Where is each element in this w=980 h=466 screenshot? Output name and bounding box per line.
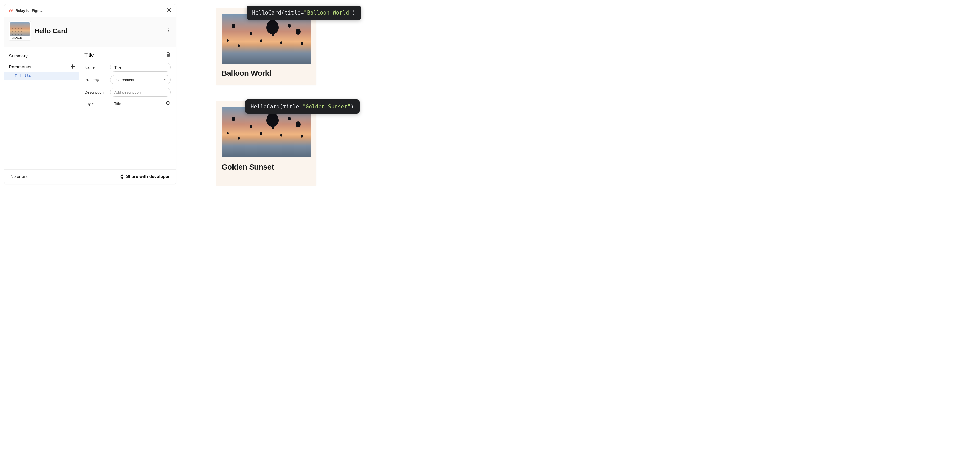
text-type-icon: T (14, 74, 17, 78)
share-with-developer-button[interactable]: Share with developer (118, 174, 170, 179)
code-param: title (283, 103, 299, 109)
component-header: Hello World Hello Card (4, 17, 176, 47)
sidebar-summary[interactable]: Summary (4, 51, 79, 62)
code-chip-golden-sunset: HelloCard(title="Golden Sunset") (245, 100, 360, 114)
chevron-down-icon (163, 78, 166, 82)
trash-icon (165, 51, 171, 57)
panel-body: Summary Parameters T Title Title (4, 47, 176, 169)
component-title: Hello Card (35, 27, 68, 35)
description-input[interactable]: Add description (110, 88, 171, 97)
svg-point-5 (122, 174, 123, 176)
detail-header: Title (84, 51, 171, 58)
code-chip-balloon-world: HelloCard(title="Balloon World") (247, 6, 361, 20)
close-button[interactable] (167, 8, 172, 14)
delete-parameter-button[interactable] (165, 51, 171, 58)
panel-header: Relay for Figma (4, 4, 176, 17)
field-property-label: Property (84, 78, 107, 82)
thumbnail-caption: Hello World (10, 36, 30, 39)
field-layer: Layer Title (84, 100, 171, 107)
target-icon (165, 100, 171, 106)
kebab-icon (166, 28, 171, 33)
field-name: Name Title (84, 63, 171, 71)
plugin-name: Relay for Figma (16, 9, 42, 13)
detail-heading: Title (84, 52, 94, 58)
code-value: "Golden Sunset" (302, 103, 351, 109)
plus-icon (70, 64, 75, 69)
detail-pane: Title Name Title Property text-content (80, 47, 176, 169)
share-icon (118, 174, 124, 179)
sidebar-parameters-row: Parameters (4, 62, 79, 72)
svg-point-2 (168, 31, 169, 32)
preview-caption: Balloon World (221, 69, 311, 78)
code-value: "Balloon World" (304, 10, 352, 16)
field-description-label: Description (84, 90, 107, 94)
preview-image (221, 14, 311, 64)
layer-value-text: Title (114, 101, 121, 106)
more-menu-button[interactable] (166, 28, 171, 34)
code-fn: HelloCard (252, 10, 281, 16)
relay-logo-icon (8, 9, 14, 13)
panel-footer: No errors Share with developer (4, 169, 176, 184)
error-status: No errors (11, 174, 27, 179)
component-thumbnail: Hello World (9, 21, 31, 41)
svg-point-4 (119, 176, 120, 177)
code-fn: HelloCard (251, 103, 280, 109)
close-icon (167, 8, 172, 13)
sidebar: Summary Parameters T Title (4, 47, 80, 169)
layer-value: Title (110, 101, 162, 106)
field-name-label: Name (84, 65, 107, 69)
parameter-item-title[interactable]: T Title (4, 72, 79, 79)
preview-image (221, 106, 311, 157)
locate-layer-button[interactable] (165, 100, 171, 107)
add-parameter-button[interactable] (70, 64, 75, 70)
svg-point-0 (168, 28, 169, 29)
field-layer-label: Layer (84, 101, 107, 106)
sidebar-parameters-label: Parameters (9, 65, 32, 70)
field-description: Description Add description (84, 88, 171, 97)
connector-bracket (194, 33, 206, 154)
svg-point-6 (122, 178, 123, 178)
name-input[interactable]: Title (110, 63, 171, 71)
code-param: title (284, 10, 301, 16)
field-property: Property text-content (84, 75, 171, 84)
preview-caption: Golden Sunset (221, 163, 311, 171)
svg-point-3 (166, 101, 169, 105)
svg-point-1 (168, 30, 169, 30)
relay-logo: Relay for Figma (8, 9, 42, 13)
property-value: text-content (115, 78, 134, 82)
parameter-item-label: Title (20, 73, 31, 78)
share-label: Share with developer (126, 174, 170, 179)
relay-panel: Relay for Figma Hello World Hello Card S… (4, 4, 176, 184)
property-select[interactable]: text-content (110, 75, 171, 84)
